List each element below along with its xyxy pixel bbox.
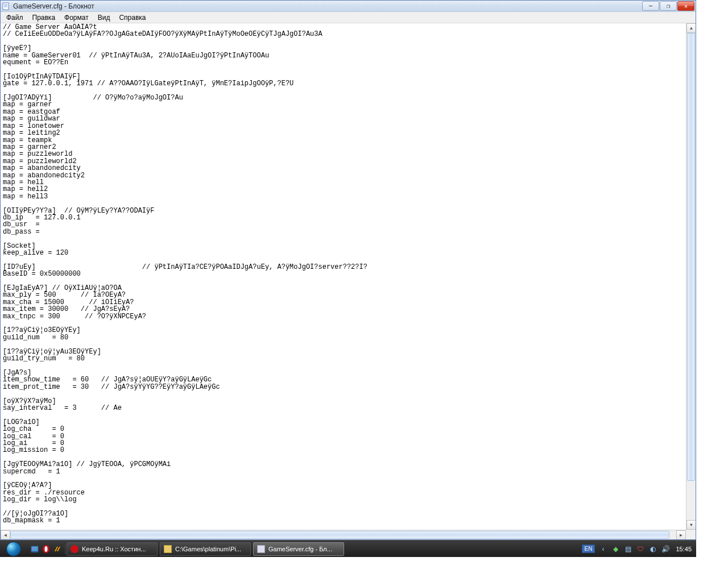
editor-area: // Game Server AaOAIA?t // CeIiEeEuODDeO… bbox=[1, 23, 696, 539]
scroll-left-icon[interactable]: ◀ bbox=[1, 530, 10, 539]
volume-icon[interactable]: 🔊 bbox=[661, 544, 670, 554]
maximize-button[interactable]: ❐ bbox=[660, 1, 677, 11]
clock[interactable]: 15:45 bbox=[676, 546, 692, 552]
show-desktop-icon[interactable] bbox=[30, 544, 40, 554]
notepad-icon bbox=[257, 545, 265, 553]
minimize-button[interactable]: — bbox=[642, 1, 659, 11]
editor-text[interactable]: // Game Server AaOAIA?t // CeIiEeEuODDeO… bbox=[1, 23, 686, 530]
quick-launch bbox=[27, 544, 65, 554]
svg-rect-0 bbox=[3, 3, 9, 10]
horizontal-scrollbar[interactable]: ◀ ▶ bbox=[1, 530, 686, 539]
titlebar[interactable]: GameServer.cfg - Блокнот — ❐ ✕ bbox=[1, 1, 696, 12]
tray-app-icon[interactable]: ◆ bbox=[611, 544, 620, 554]
taskbar: Keep4u.Ru :: Хостин... C:\Games\platinum… bbox=[0, 540, 696, 557]
menu-format[interactable]: Формат bbox=[60, 13, 93, 23]
tray-network-icon[interactable]: ▤ bbox=[623, 544, 632, 554]
scroll-up-icon[interactable]: ▲ bbox=[686, 23, 696, 33]
svg-rect-4 bbox=[31, 546, 38, 551]
scroll-thumb-vertical[interactable] bbox=[687, 33, 695, 481]
scroll-track-horizontal[interactable] bbox=[10, 530, 676, 539]
tray-updates-icon[interactable]: ◐ bbox=[648, 544, 657, 554]
taskbar-item-notepad[interactable]: GameServer.cfg - Бл... bbox=[253, 542, 344, 556]
scroll-right-icon[interactable]: ▶ bbox=[676, 530, 686, 539]
close-button[interactable]: ✕ bbox=[677, 1, 694, 11]
taskbar-item-explorer[interactable]: C:\Games\platinum\Pi... bbox=[160, 542, 251, 556]
opera-icon[interactable] bbox=[41, 544, 51, 554]
taskbar-item-label: GameServer.cfg - Бл... bbox=[268, 546, 332, 552]
opera-icon bbox=[71, 545, 78, 553]
language-indicator[interactable]: EN bbox=[582, 544, 595, 553]
menubar: Файл Правка Формат Вид Справка bbox=[1, 12, 696, 23]
taskbar-item-label: C:\Games\platinum\Pi... bbox=[175, 546, 241, 552]
menu-file[interactable]: Файл bbox=[2, 13, 28, 23]
menu-edit[interactable]: Правка bbox=[28, 13, 60, 23]
window-controls: — ❐ ✕ bbox=[642, 1, 694, 11]
notepad-icon bbox=[2, 2, 11, 11]
taskbar-item-opera[interactable]: Keep4u.Ru :: Хостин... bbox=[67, 542, 158, 556]
notepad-window: GameServer.cfg - Блокнот — ❐ ✕ Файл Прав… bbox=[0, 0, 696, 540]
windows-orb-icon bbox=[6, 542, 21, 556]
window-title: GameServer.cfg - Блокнот bbox=[13, 2, 642, 10]
tray-expand-icon[interactable]: ‹ bbox=[598, 544, 607, 554]
taskbar-item-label: Keep4u.Ru :: Хостин... bbox=[82, 546, 146, 552]
vertical-scrollbar[interactable]: ▲ ▼ bbox=[686, 23, 696, 530]
svg-point-7 bbox=[45, 546, 48, 552]
folder-icon bbox=[164, 545, 172, 553]
menu-help[interactable]: Справка bbox=[114, 13, 150, 23]
scroll-corner bbox=[686, 530, 696, 539]
scroll-thumb-horizontal[interactable] bbox=[10, 531, 669, 539]
system-tray: EN ‹ ◆ ▤ 🛡 ◐ 🔊 15:45 bbox=[577, 544, 696, 554]
scroll-track-vertical[interactable] bbox=[686, 33, 696, 520]
menu-view[interactable]: Вид bbox=[93, 13, 115, 23]
svg-rect-5 bbox=[31, 551, 38, 552]
winamp-icon[interactable] bbox=[52, 544, 63, 554]
scroll-down-icon[interactable]: ▼ bbox=[686, 520, 696, 530]
tray-security-icon[interactable]: 🛡 bbox=[636, 544, 645, 554]
start-button[interactable] bbox=[0, 541, 27, 558]
